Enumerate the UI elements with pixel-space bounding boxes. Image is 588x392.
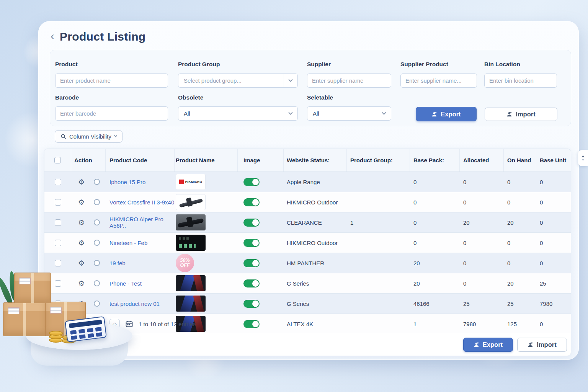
status-toggle[interactable] xyxy=(243,279,260,287)
barcode-input[interactable] xyxy=(55,106,168,121)
row-checkbox[interactable] xyxy=(55,199,61,206)
row-checkbox[interactable] xyxy=(55,219,61,226)
product-image: HIKMICRO xyxy=(176,174,206,190)
column-header-allocated[interactable]: Allocated xyxy=(460,149,504,172)
allocated-value: 0 xyxy=(460,192,504,212)
import-button[interactable]: Import xyxy=(485,108,557,121)
obsolete-select[interactable]: All xyxy=(178,106,298,121)
on-hand-value: 125 xyxy=(504,314,536,334)
row-checkbox[interactable] xyxy=(55,260,61,266)
calendar-button[interactable] xyxy=(124,319,134,329)
back-chevron-icon[interactable]: ‹ xyxy=(51,30,54,43)
status-toggle[interactable] xyxy=(243,259,260,267)
product-group-value xyxy=(347,314,410,334)
product-image: 50% OFF xyxy=(176,254,194,272)
base-unit-value: 0 xyxy=(536,233,571,253)
column-header-base-unit[interactable]: Base Unit xyxy=(536,149,571,172)
footer-import-button[interactable]: Import xyxy=(517,338,567,352)
product-group-placeholder: Select product group... xyxy=(184,77,242,84)
column-header-image[interactable]: Image xyxy=(238,149,284,172)
diamond-button[interactable]: ◇ xyxy=(109,319,120,329)
select-divider xyxy=(284,74,292,87)
product-label: Product xyxy=(55,61,78,68)
status-toggle[interactable] xyxy=(243,320,260,328)
column-header-base-pack[interactable]: Base Pack: xyxy=(410,149,460,172)
settings-gear-icon[interactable]: ⚙ xyxy=(78,199,85,206)
obsolete-value: All xyxy=(184,110,190,117)
bin-location-input[interactable] xyxy=(484,74,557,88)
clock-icon[interactable] xyxy=(94,280,100,286)
column-header-on-hand[interactable]: On Hand xyxy=(504,149,536,172)
clock-icon[interactable] xyxy=(94,219,100,225)
product-input[interactable] xyxy=(55,74,168,88)
settings-gear-icon[interactable]: ⚙ xyxy=(78,219,85,226)
table-row: ⚙ Phone - Test G Series 20 0 20 25 xyxy=(44,273,571,294)
export-user-icon xyxy=(431,111,437,117)
product-code-link[interactable]: Nineteen - Feb xyxy=(109,240,147,246)
table-footer: Export Import xyxy=(463,338,567,352)
allocated-value: 25 xyxy=(460,294,504,314)
product-code-link[interactable]: 19 feb xyxy=(109,260,126,266)
footer-export-button[interactable]: Export xyxy=(463,338,513,352)
clock-icon[interactable] xyxy=(94,179,100,185)
table-row: ◇ 1 to 10 of of 12 entries ALTEX 4K 1 79… xyxy=(44,314,571,334)
row-checkbox[interactable] xyxy=(55,280,61,287)
settings-gear-icon[interactable]: ⚙ xyxy=(78,280,85,287)
settings-gear-icon[interactable]: ⚙ xyxy=(78,300,85,307)
sort-arrows-icon xyxy=(581,155,585,161)
clock-icon[interactable] xyxy=(94,199,100,205)
clock-icon[interactable] xyxy=(99,321,105,327)
table-header-row: Action Product Code Product Name Image W… xyxy=(44,149,571,172)
base-pack-value: 46166 xyxy=(410,294,460,314)
column-header-action[interactable]: Action xyxy=(71,149,106,172)
obsolete-label: Obsolete xyxy=(178,94,203,101)
row-checkbox[interactable] xyxy=(55,301,61,307)
row-checkbox[interactable] xyxy=(55,179,61,185)
allocated-value: 7980 xyxy=(460,314,504,334)
product-image xyxy=(176,275,206,291)
column-header-product-group[interactable]: Product Group: xyxy=(347,149,410,172)
settings-gear-icon[interactable]: ⚙ xyxy=(78,178,85,186)
supplier-product-input[interactable] xyxy=(400,74,477,88)
column-header-product-code[interactable]: Product Code xyxy=(106,149,175,172)
export-button[interactable]: Export xyxy=(416,107,477,121)
status-toggle[interactable] xyxy=(243,239,260,247)
product-group-value xyxy=(347,192,410,212)
product-code-link[interactable]: Iphone 15 Pro xyxy=(109,179,145,185)
table-row: ⚙ HIKMICRO Alper Pro A56P.. CLEARANCE 1 … xyxy=(44,212,571,233)
status-toggle[interactable] xyxy=(243,219,260,227)
settings-gear-icon[interactable]: ⚙ xyxy=(78,260,85,267)
column-header-website-status[interactable]: Website Status: xyxy=(284,149,347,172)
footer-import-label: Import xyxy=(537,341,556,348)
page-scroll-tab[interactable] xyxy=(578,150,588,166)
seletable-select[interactable]: All xyxy=(307,106,391,121)
table-row: ⚙ Nineteen - Feb HIKMICRO Outdoor 0 0 0 … xyxy=(44,233,571,253)
allocated-value: 0 xyxy=(460,273,504,293)
status-toggle[interactable] xyxy=(243,178,260,186)
column-header-product-name[interactable]: Product Name xyxy=(175,149,238,172)
supplier-input[interactable] xyxy=(307,74,391,88)
website-status-value: Apple Range xyxy=(284,172,347,192)
product-group-value xyxy=(347,253,410,273)
product-code-link[interactable]: test product new 01 xyxy=(109,301,160,307)
product-code-link[interactable]: HIKMICRO Alper Pro A56P.. xyxy=(109,216,175,229)
product-code-link[interactable]: Phone - Test xyxy=(109,280,142,287)
titlebar: ‹ Product Listing xyxy=(51,30,146,43)
product-group-select[interactable]: Select product group... xyxy=(178,74,298,88)
row-checkbox[interactable] xyxy=(55,240,61,246)
select-all-checkbox[interactable] xyxy=(54,157,61,163)
clock-icon[interactable] xyxy=(94,301,100,307)
allocated-value: 0 xyxy=(460,233,504,253)
status-toggle[interactable] xyxy=(243,300,260,308)
supplier-label: Supplier xyxy=(307,61,331,68)
column-visibility-button[interactable]: Column Visibility xyxy=(55,130,122,143)
product-group-value xyxy=(347,294,410,314)
clock-icon[interactable] xyxy=(94,240,100,246)
on-hand-value: 0 xyxy=(504,192,536,212)
product-code-link[interactable]: Vortex Crossfire II 3-9x40 xyxy=(109,199,174,206)
website-status-value: G Series xyxy=(284,273,347,293)
clock-icon[interactable] xyxy=(94,260,100,266)
settings-gear-icon[interactable]: ⚙ xyxy=(78,239,85,247)
status-toggle[interactable] xyxy=(243,198,260,206)
base-unit-value: 0 xyxy=(536,212,571,232)
